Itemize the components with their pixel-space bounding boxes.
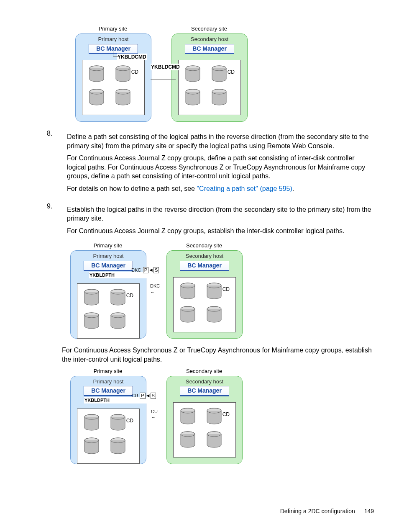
disk-icon	[185, 65, 201, 82]
step-9: 9. Establish the logical paths in the re…	[42, 202, 374, 239]
cd-label: CD	[131, 69, 138, 75]
disk-icon	[110, 437, 126, 454]
cd-label: CD	[223, 286, 230, 293]
primary-site-label: Primary site	[70, 368, 146, 375]
primary-host-label: Primary host	[71, 378, 146, 386]
secondary-site-box: Secondary host BC Manager CD	[166, 376, 243, 464]
s-box: S	[153, 267, 159, 273]
diagram-dkc: Primary site Secondary site Primary host…	[62, 242, 374, 338]
bc-manager-secondary: BC Manager	[180, 386, 229, 396]
bc-manager-primary: BC Manager	[89, 44, 138, 54]
arrow-left-icon: ◄	[146, 393, 151, 398]
bc-manager-secondary: BC Manager	[180, 261, 229, 270]
primary-storage: CD	[77, 409, 140, 464]
arrow-left-icon: ←	[150, 290, 155, 295]
disk-icon	[84, 437, 100, 454]
paragraph: Define a path set consisting of the logi…	[67, 132, 374, 150]
arrow-left-icon: ←	[151, 415, 156, 420]
diagram-cu: Primary site Secondary site Primary host…	[62, 368, 374, 464]
secondary-site-label: Secondary site	[166, 368, 242, 375]
disk-icon	[115, 89, 131, 105]
disk-icon	[110, 289, 126, 306]
paragraph: Establish the logical paths in the rever…	[67, 205, 374, 223]
disk-icon	[180, 283, 196, 299]
text: .	[292, 185, 294, 192]
s-box: S	[151, 393, 156, 399]
disk-icon	[84, 414, 100, 431]
disk-icon	[206, 306, 222, 323]
disk-icon	[115, 65, 131, 82]
primary-site-box: Primary host BC Manager CD	[75, 33, 151, 122]
disk-icon	[211, 65, 227, 82]
primary-host-label: Primary host	[76, 36, 151, 43]
step-body: Define a path set consisting of the logi…	[67, 129, 374, 197]
step-body: Establish the logical paths in the rever…	[67, 202, 374, 239]
connector-line	[113, 56, 118, 57]
cd-label: CD	[228, 69, 235, 75]
page-number: 149	[364, 508, 374, 514]
secondary-storage: CD	[173, 402, 236, 457]
dkc-label: DKC←	[150, 283, 160, 296]
paragraph: For details on how to define a path set,…	[67, 184, 374, 193]
diagram-ykbldcmd: Primary site Secondary site Primary host…	[42, 25, 374, 121]
primary-site-label: Primary site	[75, 25, 151, 33]
text: For details on how to define a path set,…	[67, 185, 197, 192]
paragraph: For Continuous Access Journal Z copy gro…	[67, 154, 374, 181]
secondary-host-label: Secondary host	[172, 36, 247, 43]
disk-icon	[180, 408, 196, 424]
disk-icon	[211, 89, 227, 105]
disk-icon	[206, 408, 222, 424]
page-footer: Defining a 2DC configuration 149	[280, 507, 374, 515]
dkc-label: DKC	[131, 267, 141, 272]
page: Primary site Secondary site Primary host…	[0, 0, 399, 532]
secondary-storage: CD	[178, 60, 241, 115]
ykbldcmd-label: YKBLDCMD	[117, 54, 147, 60]
disk-icon	[185, 89, 201, 105]
p-box: P	[143, 267, 148, 273]
p-box: P	[140, 393, 145, 399]
secondary-site-label: Secondary site	[171, 25, 247, 33]
primary-storage: CD	[77, 283, 140, 339]
disk-icon	[180, 431, 196, 448]
secondary-host-label: Secondary host	[167, 252, 242, 260]
primary-host-label: Primary host	[71, 252, 146, 260]
bc-manager-secondary: BC Manager	[185, 44, 234, 54]
paragraph: For Continuous Access Synchronous Z or T…	[62, 346, 374, 364]
secondary-site-label: Secondary site	[166, 242, 242, 249]
creating-path-set-link[interactable]: "Creating a path set" (page 595)	[197, 185, 292, 192]
footer-label: Defining a 2DC configuration	[280, 508, 355, 514]
cu-label: CU	[131, 393, 138, 398]
disk-icon	[110, 312, 126, 329]
step-number: 8.	[42, 129, 67, 197]
dkc-path-indicator: DKC P◄S	[131, 265, 165, 272]
diagram-canvas: Primary site Secondary site Primary host…	[70, 242, 246, 338]
step-number: 9.	[42, 202, 67, 239]
secondary-site-box: Secondary host BC Manager CD	[166, 250, 243, 339]
primary-site-box: Primary host BC Manager YKBLDPTH CD	[70, 250, 146, 339]
connector-line	[151, 80, 176, 80]
disk-icon	[84, 289, 100, 306]
step-8: 8. Define a path set consisting of the l…	[42, 129, 374, 197]
disk-icon	[89, 89, 105, 105]
cu-label: CU←	[151, 409, 158, 421]
disk-icon	[206, 283, 222, 299]
arrow-left-icon: ◄	[148, 267, 153, 273]
secondary-storage: CD	[173, 277, 236, 332]
diagram-canvas: Primary site Secondary site Primary host…	[70, 368, 246, 464]
primary-storage: CD	[82, 60, 145, 115]
disk-icon	[84, 312, 100, 329]
disk-icon	[110, 414, 126, 431]
primary-site-label: Primary site	[70, 242, 146, 249]
disk-icon	[89, 65, 105, 82]
disk-icon	[206, 431, 222, 448]
bc-manager-primary: BC Manager	[84, 261, 133, 270]
primary-site-box: Primary host BC Manager YKBLDPTH CD	[70, 376, 146, 464]
cd-label: CD	[126, 417, 133, 424]
disk-icon	[180, 306, 196, 323]
connector-line	[113, 51, 113, 56]
cu-path-indicator: CU P◄S	[131, 391, 165, 398]
diagram-canvas: Primary site Secondary site Primary host…	[75, 25, 251, 121]
secondary-site-box: Secondary host BC Manager CD	[171, 33, 248, 122]
bc-manager-primary: BC Manager	[84, 386, 133, 396]
content-column: Primary site Secondary site Primary host…	[42, 25, 374, 471]
